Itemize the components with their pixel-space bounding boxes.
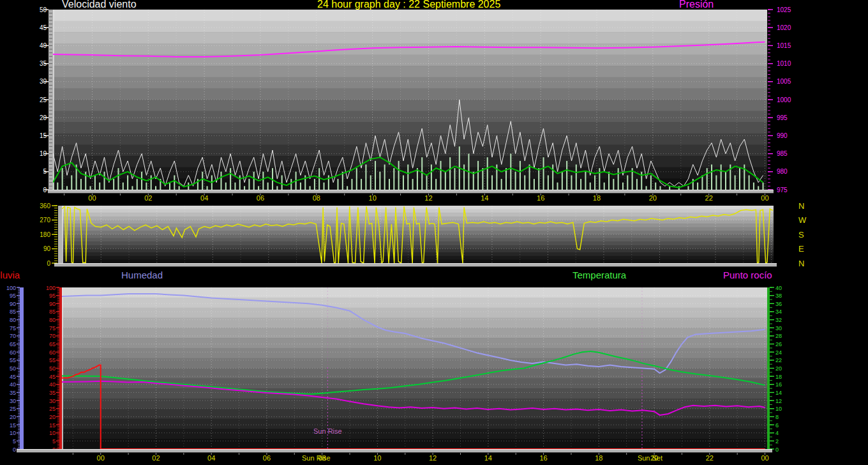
direction-panel-background [62,206,774,264]
y-tick-label: 16 [775,381,782,388]
y-tick-label: 95 [10,293,16,299]
x-tick-label: 14 [481,194,488,202]
y-tick-label: 1000 [777,96,791,103]
y-tick-label: 95 [49,293,56,299]
y-tick-label: 90 [10,301,16,307]
y-tick-label: 45 [10,374,16,380]
y-tick-label: 80 [10,317,16,323]
y-tick-label: 34 [775,309,782,315]
y-tick-label: 75 [49,325,56,332]
y-tick-label: 985 [777,150,788,157]
direction-x-axis-bar [54,263,777,267]
y-tick-label: 995 [777,114,788,121]
y-tick-label: 0 [775,446,779,453]
y-tick-label: 65 [10,341,16,347]
y-tick-label: 20 [10,414,16,420]
y-tick-label: 90 [49,301,56,307]
y-tick-label: 50 [10,365,16,372]
y-tick-label: 20 [775,365,782,372]
compass-letter: N [798,259,804,268]
x-tick-label: 12 [424,194,432,202]
y-tick-label: 20 [49,414,56,420]
y-tick-label: 10 [40,150,47,157]
pressure-right-scale: 975980985990995100010051010101510201025 [768,6,791,194]
sun-axis-labels: Sun RiseSun Set [302,454,662,462]
y-tick-label: 5 [13,438,16,445]
humidity-scale: 0510152025303540455055606570758085909510… [6,285,20,453]
y-tick-label: 45 [40,24,47,31]
direction-left-axis-bar [58,206,62,263]
y-tick-label: 0 [47,260,50,267]
x-tick-label: 10 [373,454,381,462]
y-tick-label: 30 [10,398,16,404]
y-tick-label: 10 [775,406,782,412]
x-tick-label: 14 [484,454,492,462]
y-tick-label: 70 [49,333,56,339]
y-tick-label: 90 [43,245,51,252]
x-tick-label: 18 [595,454,602,462]
y-tick-label: 8 [775,414,779,420]
compass-letter: W [798,215,807,225]
y-tick-label: 975 [777,187,788,194]
x-tick-label: 12 [429,454,437,462]
wind-x-axis-bar [48,190,774,194]
y-tick-label: 60 [10,349,16,356]
x-tick-label: 16 [539,454,547,462]
y-tick-label: 1005 [777,78,791,85]
y-tick-label: 0 [43,187,47,194]
x-tick-label: 00 [761,454,768,462]
y-tick-label: 24 [775,349,782,356]
weather-graph-screen: Velocidad viento 24 hour graph day : 22 … [0,0,868,465]
x-tick-label: 02 [152,454,160,462]
y-tick-label: 60 [49,349,56,356]
y-tick-label: 15 [10,422,16,429]
direction-left-scale: 090180270360 [40,202,57,267]
wind-panel-background [53,10,767,190]
y-tick-label: 80 [49,317,56,323]
graphs-canvas: 0510152025303540455097598098599099510001… [0,0,868,465]
temperature-axis-bar [767,287,770,449]
y-tick-label: 40 [49,381,56,388]
y-tick-label: 50 [40,6,47,13]
y-tick-label: 100 [46,285,56,291]
temperature-scale: 0246810121416182022242628303234363840 [770,285,782,453]
x-tick-label: 22 [706,454,714,462]
y-tick-label: 30 [775,325,782,332]
y-tick-label: 980 [777,168,788,175]
y-tick-label: 15 [49,422,56,429]
y-tick-label: 100 [6,285,16,291]
x-tick-label: 06 [257,194,264,202]
y-tick-label: 22 [775,357,782,363]
y-tick-label: 1020 [777,24,791,31]
y-tick-label: 4 [775,430,779,436]
y-tick-label: 20 [40,114,47,121]
x-tick-label: 16 [537,194,544,202]
y-tick-label: 2 [775,438,779,445]
y-tick-label: 25 [40,96,47,103]
y-tick-label: 32 [775,317,782,323]
y-tick-label: 26 [775,341,782,347]
x-tick-label: 10 [369,194,377,202]
compass-letter: S [798,230,804,240]
y-tick-label: 30 [49,398,56,404]
x-tick-label: 00 [97,454,105,462]
hour-ticks [64,194,765,195]
y-tick-label: 35 [49,390,56,396]
humidity-axis-bar [20,287,24,449]
y-tick-label: 5 [52,438,56,445]
x-tick-label: 04 [200,194,208,202]
y-tick-label: 0 [13,446,16,453]
y-tick-label: 5 [43,168,47,175]
y-tick-label: 65 [49,341,56,347]
y-tick-label: 38 [775,293,782,299]
x-tick-labels: 00020406081012141618202200 [97,454,769,462]
x-tick-label: 00 [88,194,96,202]
y-tick-label: 15 [40,132,47,139]
x-tick-label: 20 [649,194,657,202]
y-tick-label: 360 [40,202,50,210]
y-tick-label: 1010 [777,60,791,67]
y-tick-label: 35 [10,390,16,396]
y-tick-label: 28 [775,333,782,339]
y-tick-label: 6 [775,422,779,429]
x-tick-label: 06 [263,454,271,462]
